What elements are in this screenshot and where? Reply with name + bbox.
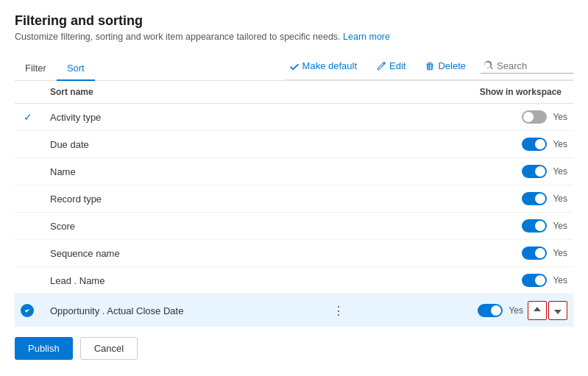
search-icon (483, 60, 494, 71)
toggle-label: Yes (551, 194, 567, 204)
table-row[interactable]: Record typeYes (15, 185, 573, 213)
row-menu-cell (324, 213, 353, 240)
sort-table: Sort name Show in workspace ✓Activity ty… (15, 81, 573, 327)
row-check-cell (15, 267, 41, 294)
tab-filter[interactable]: Filter (15, 57, 57, 81)
search-box[interactable] (481, 59, 573, 74)
row-check-cell (15, 158, 41, 185)
publish-button[interactable]: Publish (15, 337, 73, 360)
table-row[interactable]: Due dateYes (15, 131, 573, 158)
tab-sort[interactable]: Sort (57, 57, 95, 81)
show-toggle[interactable] (522, 246, 547, 260)
toggle-label: Yes (551, 221, 567, 231)
row-check-cell: ✓ (15, 104, 41, 131)
edit-icon (376, 61, 386, 71)
move-up-button[interactable] (528, 301, 547, 320)
row-name: Sequence name (41, 240, 324, 267)
page-title: Filtering and sorting (15, 13, 573, 29)
show-toggle[interactable] (522, 219, 547, 233)
row-toggle-cell: Yes (353, 104, 573, 131)
show-toggle[interactable] (522, 110, 547, 124)
delete-label: Delete (438, 60, 466, 71)
page-header: Filtering and sorting Customize filterin… (15, 13, 573, 52)
table-row[interactable]: ScoreYes (15, 213, 573, 240)
toggle-label: Yes (551, 275, 567, 285)
row-name: Score (41, 213, 324, 240)
col-menu-spacer (324, 81, 353, 104)
table-body: ✓Activity typeYesDue dateYesNameYesRecor… (15, 104, 573, 327)
make-default-label: Make default (302, 60, 357, 71)
toggle-label: Yes (551, 139, 567, 149)
col-check (15, 81, 41, 104)
row-menu-cell (324, 104, 353, 131)
edit-button[interactable]: Edit (372, 58, 410, 74)
move-arrows (528, 301, 567, 320)
table-row[interactable]: NameYes (15, 158, 573, 185)
row-name: Record type (41, 185, 324, 213)
subtitle-text: Customize filtering, sorting and work it… (15, 32, 343, 42)
move-down-button[interactable] (548, 301, 567, 320)
row-toggle-cell: Yes (353, 240, 573, 267)
row-name: Lead . Name (41, 267, 324, 294)
row-check-cell (15, 213, 41, 240)
row-menu-cell (324, 158, 353, 185)
cancel-button[interactable]: Cancel (80, 337, 138, 360)
footer: Publish Cancel (15, 327, 573, 363)
row-name: Name (41, 158, 324, 185)
row-check-cell (15, 240, 41, 267)
show-toggle[interactable] (522, 165, 547, 178)
table-row[interactable]: Lead . NameYes (15, 267, 573, 294)
toolbar: Make default Edit Delete (285, 52, 573, 80)
col-sort-name: Sort name (41, 81, 324, 104)
row-toggle-cell: Yes (353, 131, 573, 158)
arrow-up-icon (532, 305, 542, 316)
search-input[interactable] (497, 60, 570, 71)
toggle-label: Yes (551, 248, 567, 258)
row-menu-cell[interactable]: ⋮ (324, 294, 353, 327)
show-toggle[interactable] (522, 138, 547, 151)
learn-more-link[interactable]: Learn more (343, 32, 390, 42)
row-check-cell (15, 131, 41, 158)
row-menu-cell (324, 185, 353, 213)
row-toggle-cell: Yes (353, 213, 573, 240)
table-row[interactable]: Sequence nameYes (15, 240, 573, 267)
row-check-cell (15, 185, 41, 213)
table-row[interactable]: Opportunity . Actual Close Date⋮Yes (15, 294, 573, 327)
row-menu-cell (324, 267, 353, 294)
row-menu-cell (324, 240, 353, 267)
row-menu-cell (324, 131, 353, 158)
col-show: Show in workspace (353, 81, 573, 104)
toggle-label: Yes (551, 166, 567, 177)
toggle-label: Yes (507, 305, 523, 316)
edit-label: Edit (389, 60, 405, 71)
toggle-label: Yes (551, 112, 567, 122)
row-name: Opportunity . Actual Close Date (41, 294, 324, 327)
make-default-button[interactable]: Make default (285, 58, 361, 74)
delete-button[interactable]: Delete (420, 58, 470, 74)
page-container: Filtering and sorting Customize filterin… (0, 0, 588, 376)
table-row[interactable]: ✓Activity typeYes (15, 104, 573, 131)
check-icon: ✓ (24, 111, 32, 123)
row-name: Activity type (41, 104, 324, 131)
show-toggle[interactable] (522, 274, 547, 287)
checkmark-icon (289, 61, 300, 71)
arrow-down-icon (553, 305, 563, 316)
row-toggle-cell: Yes (353, 294, 573, 327)
show-toggle[interactable] (478, 304, 503, 317)
selected-circle (21, 304, 34, 317)
table-container: Sort name Show in workspace ✓Activity ty… (15, 81, 573, 327)
show-toggle[interactable] (522, 192, 547, 205)
row-name: Due date (41, 131, 324, 158)
page-subtitle: Customize filtering, sorting and work it… (15, 32, 573, 42)
row-toggle-cell: Yes (353, 267, 573, 294)
row-toggle-cell: Yes (353, 158, 573, 185)
row-check-cell (15, 294, 41, 327)
row-toggle-cell: Yes (353, 185, 573, 213)
table-header-row: Sort name Show in workspace (15, 81, 573, 104)
ellipsis-icon[interactable]: ⋮ (333, 305, 344, 317)
delete-icon (425, 61, 435, 71)
tabs: Filter Sort (15, 57, 95, 80)
